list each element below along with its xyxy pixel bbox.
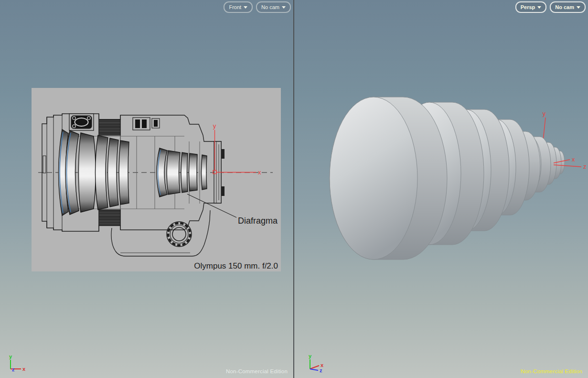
non-commercial-watermark: Non-Commercial Edition	[521, 368, 582, 374]
viewport-persp[interactable]: Persp No cam y	[294, 0, 588, 378]
camera-dropdown-button[interactable]: No cam	[256, 1, 291, 13]
view-dropdown-button[interactable]: Persp	[515, 1, 547, 13]
diafragma-annotation-label: Diafragma	[238, 216, 278, 226]
view-dropdown-label: Front	[229, 5, 241, 10]
camera-dropdown-label: No cam	[555, 5, 574, 10]
triad-z-label: z	[320, 367, 322, 372]
front-axis-triad: y x z	[6, 354, 27, 372]
lens-diagram-shapes	[38, 114, 273, 256]
lens-3d-model: y x z	[294, 0, 588, 378]
view-dropdown-label: Persp	[521, 5, 535, 10]
reference-image-lens-drawing: Diafragma Olympus 150 mm. f/2.0	[32, 88, 281, 271]
chevron-down-icon	[244, 6, 247, 9]
lens-cross-section-drawing: Diafragma Olympus 150 mm. f/2.0	[32, 88, 281, 271]
chevron-down-icon	[577, 6, 580, 9]
chevron-down-icon	[537, 6, 541, 9]
triad-z-label: z	[12, 367, 15, 372]
persp-axis-triad: y x z	[306, 353, 329, 372]
triad-y-label: y	[309, 353, 312, 359]
lens-model-discs	[330, 97, 565, 259]
origin-y-axis-label: y	[543, 110, 546, 117]
viewport-front[interactable]: Front No cam	[0, 0, 293, 378]
view-dropdown-button[interactable]: Front	[224, 1, 253, 13]
origin-x-axis-label: x	[572, 156, 575, 163]
origin-z-axis-label: z	[583, 163, 587, 170]
lens-caption-label: Olympus 150 mm. f/2.0	[194, 261, 278, 270]
non-commercial-watermark: Non-Commercial Edition	[226, 368, 288, 374]
camera-dropdown-label: No cam	[261, 5, 279, 10]
viewport-front-buttons: Front No cam	[224, 1, 291, 13]
triad-y-label: y	[9, 354, 12, 359]
triad-x-label: x	[22, 366, 26, 372]
camera-dropdown-button[interactable]: No cam	[550, 1, 586, 13]
chevron-down-icon	[282, 6, 286, 9]
viewport-persp-buttons: Persp No cam	[515, 1, 586, 13]
